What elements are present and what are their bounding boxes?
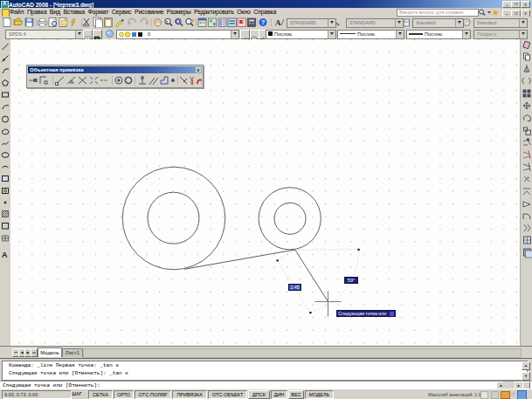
svg-text:?: ?: [261, 19, 265, 25]
svg-text:A: A: [2, 251, 8, 259]
svg-text:A: A: [275, 18, 281, 27]
